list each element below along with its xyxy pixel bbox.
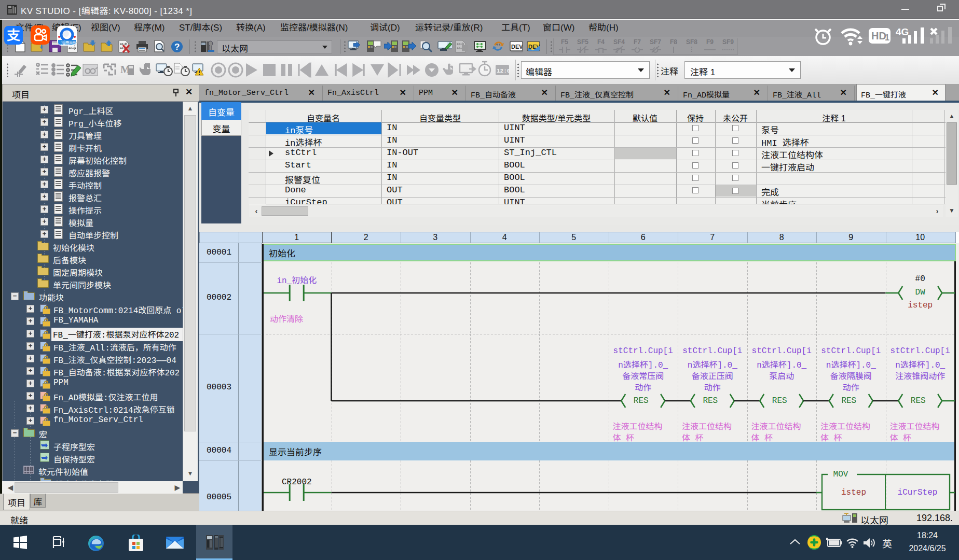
svg-text:1: 1	[885, 33, 889, 42]
svg-text:HD: HD	[871, 30, 886, 41]
svg-text:活圈8画: 活圈8画	[61, 40, 76, 45]
svg-text:12:00: 12:00	[497, 68, 510, 74]
svg-text:DEV: DEV	[511, 44, 523, 50]
svg-text:4G: 4G	[896, 26, 909, 37]
svg-text:?: ?	[174, 42, 180, 52]
